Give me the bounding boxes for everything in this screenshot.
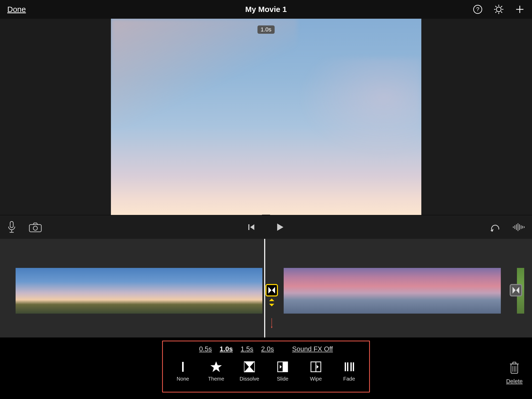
transition-label: Dissolve bbox=[240, 376, 259, 382]
svg-marker-38 bbox=[271, 327, 272, 328]
svg-marker-35 bbox=[513, 287, 516, 294]
svg-line-7 bbox=[495, 6, 497, 7]
transition-marker-selected[interactable] bbox=[265, 284, 278, 296]
svg-line-10 bbox=[501, 6, 502, 7]
transition-type-theme[interactable]: Theme bbox=[207, 360, 225, 382]
svg-marker-21 bbox=[277, 224, 283, 231]
svg-rect-52 bbox=[350, 362, 352, 371]
done-button[interactable]: Done bbox=[7, 5, 26, 13]
svg-line-9 bbox=[495, 12, 497, 13]
duration-option-2[interactable]: 1.5s bbox=[241, 345, 253, 353]
dissolve-icon bbox=[243, 360, 256, 373]
fade-icon bbox=[343, 360, 356, 373]
trash-icon bbox=[509, 361, 520, 375]
svg-rect-53 bbox=[353, 362, 354, 371]
duration-option-1[interactable]: 1.0s bbox=[220, 345, 233, 353]
settings-gear-icon[interactable] bbox=[494, 4, 504, 15]
delete-label: Delete bbox=[506, 378, 523, 385]
transport-toolbar bbox=[0, 215, 532, 239]
duration-option-0[interactable]: 0.5s bbox=[199, 345, 212, 353]
svg-rect-14 bbox=[10, 221, 13, 228]
transition-types-row: None Theme Dissolve Slide bbox=[174, 360, 358, 382]
svg-marker-20 bbox=[250, 224, 254, 230]
none-icon bbox=[176, 360, 189, 373]
audio-waveform-icon[interactable] bbox=[512, 223, 525, 232]
svg-point-18 bbox=[33, 226, 37, 230]
svg-rect-45 bbox=[283, 362, 288, 372]
svg-rect-50 bbox=[345, 362, 346, 371]
svg-point-2 bbox=[496, 7, 501, 12]
svg-marker-49 bbox=[317, 365, 319, 369]
svg-marker-40 bbox=[210, 361, 222, 372]
project-title: My Movie 1 bbox=[245, 5, 287, 13]
svg-rect-19 bbox=[248, 224, 249, 230]
transition-label: Fade bbox=[343, 376, 355, 382]
svg-text:?: ? bbox=[476, 6, 479, 12]
transition-type-wipe[interactable]: Wipe bbox=[307, 360, 325, 382]
svg-marker-22 bbox=[490, 229, 494, 232]
duration-option-3[interactable]: 2.0s bbox=[261, 345, 274, 353]
transition-duration-badge: 1.0s bbox=[257, 25, 275, 34]
transition-type-fade[interactable]: Fade bbox=[340, 360, 358, 382]
sound-fx-toggle[interactable]: Sound FX Off bbox=[292, 345, 333, 353]
transition-type-dissolve[interactable]: Dissolve bbox=[240, 360, 259, 382]
camera-icon[interactable] bbox=[29, 222, 42, 232]
svg-marker-36 bbox=[516, 287, 519, 294]
svg-rect-39 bbox=[182, 362, 184, 372]
preview-frame[interactable]: 1.0s bbox=[111, 19, 421, 215]
transition-label: Wipe bbox=[310, 376, 322, 382]
undo-icon[interactable] bbox=[489, 223, 500, 232]
transition-marker-2[interactable] bbox=[510, 284, 522, 296]
svg-line-8 bbox=[501, 12, 502, 13]
theme-star-icon bbox=[210, 360, 223, 373]
header-bar: Done My Movie 1 ? bbox=[0, 0, 532, 19]
timeline[interactable] bbox=[0, 239, 532, 337]
add-media-icon[interactable] bbox=[515, 4, 525, 14]
transition-inspector: 0.5s 1.0s 1.5s 2.0s Sound FX Off None Th… bbox=[0, 337, 532, 399]
delete-button[interactable]: Delete bbox=[506, 361, 523, 385]
svg-rect-17 bbox=[29, 225, 41, 232]
transition-expand-icon[interactable] bbox=[269, 298, 275, 307]
svg-marker-32 bbox=[272, 287, 275, 294]
duration-options-row: 0.5s 1.0s 1.5s 2.0s Sound FX Off bbox=[199, 345, 333, 353]
play-icon[interactable] bbox=[275, 222, 284, 232]
annotation-arrow-icon bbox=[271, 306, 272, 337]
transition-label: Slide bbox=[277, 376, 288, 382]
svg-rect-51 bbox=[347, 362, 348, 371]
transition-label: None bbox=[177, 376, 189, 382]
wipe-icon bbox=[309, 360, 322, 373]
svg-marker-33 bbox=[269, 299, 274, 301]
help-icon[interactable]: ? bbox=[473, 4, 483, 14]
transition-type-none[interactable]: None bbox=[174, 360, 192, 382]
transition-label: Theme bbox=[208, 376, 224, 382]
timeline-clip-1[interactable] bbox=[16, 268, 262, 314]
svg-marker-34 bbox=[269, 304, 274, 306]
preview-area: 1.0s bbox=[0, 19, 532, 215]
transition-type-slide[interactable]: Slide bbox=[273, 360, 292, 382]
svg-marker-31 bbox=[268, 287, 271, 294]
slide-icon bbox=[276, 360, 289, 373]
microphone-icon[interactable] bbox=[7, 221, 16, 233]
timeline-clip-2[interactable] bbox=[284, 268, 501, 314]
svg-marker-46 bbox=[280, 365, 282, 369]
transition-inspector-panel: 0.5s 1.0s 1.5s 2.0s Sound FX Off None Th… bbox=[162, 341, 370, 393]
skip-to-start-icon[interactable] bbox=[248, 223, 255, 231]
